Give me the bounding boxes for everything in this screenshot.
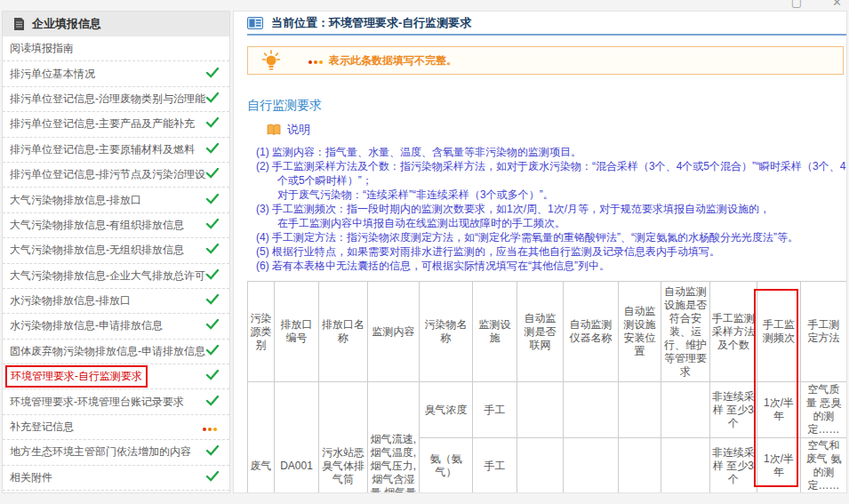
sidebar-item-11[interactable]: 水污染物排放信息-排放口 (3, 289, 229, 314)
notice-text: 表示此条数据填写不完整。 (329, 53, 457, 68)
column-header-12: 手工监测频次 (757, 282, 801, 382)
cell-auto_compliant (661, 382, 710, 438)
table-row-1: 废气DA001污水站恶臭气体排气筒烟气流速,烟气温度,烟气压力,烟气含湿量,烟气… (248, 382, 847, 438)
current-location-text: 当前位置：环境管理要求-自行监测要求 (271, 15, 471, 31)
cell-pollutant: 臭气浓度 (420, 382, 473, 438)
check-icon (206, 143, 219, 154)
status-badge (206, 319, 219, 332)
cell-facility: 手工 (473, 382, 517, 438)
sidebar-item-3[interactable]: 排污单位登记信息-治理废物类别与治理能力 (3, 87, 229, 112)
breadcrumb: 当前位置：环境管理要求-自行监测要求 (247, 12, 846, 36)
sidebar-item-label: 阅读填报指南 (10, 41, 74, 56)
status-badge (203, 421, 219, 434)
sidebar-item-label: 排污单位登记信息-主要原辅材料及燃料 (10, 142, 195, 157)
sidebar-item-17[interactable]: 地方生态环境主管部门依法增加的内容 (3, 440, 229, 465)
cell-monitor_content: 烟气流速,烟气温度,烟气压力,烟气含湿量,烟气量 (368, 382, 420, 494)
check-icon (206, 168, 219, 179)
sidebar-item-13[interactable]: 固体废弃物污染物排放信息-申请排放信息 (3, 340, 229, 364)
cell-outlet_no: DA001 (275, 382, 319, 494)
table-header-row: 污染源类别排放口编号排放口名称监测内容污染物名称监测设施自动监测是否联网自动监测… (248, 282, 847, 382)
check-icon (206, 370, 219, 380)
cell-auto_instrument (564, 382, 619, 438)
sidebar-item-9[interactable]: 大气污染物排放信息-无组织排放信息 (3, 238, 229, 263)
sidebar-list: 阅读填报指南排污单位基本情况排污单位登记信息-治理废物类别与治理能力排污单位登记… (3, 36, 229, 491)
check-icon (206, 294, 219, 305)
column-header-2: 排放口编号 (275, 282, 319, 382)
sidebar-item-label: 补充登记信息 (10, 420, 74, 435)
status-badge (206, 219, 219, 232)
sidebar-item-14[interactable]: 环境管理要求-自行监测要求 (3, 364, 229, 389)
sidebar-item-label: 水污染物排放信息-申请排放信息 (10, 318, 163, 333)
sidebar-item-label: 排污单位登记信息-治理废物类别与治理能力 (10, 92, 206, 107)
note-row: 说明 (267, 122, 846, 138)
check-icon (206, 396, 219, 406)
monitoring-table: 污染源类别排放口编号排放口名称监测内容污染物名称监测设施自动监测是否联网自动监测… (247, 281, 847, 493)
check-icon (206, 194, 219, 204)
sidebar-item-10[interactable]: 大气污染物排放信息-企业大气排放总许可量 (3, 264, 229, 289)
column-header-7: 自动监测是否联网 (517, 282, 564, 382)
status-badge (206, 445, 219, 459)
section-title: 自行监测要求 (247, 98, 846, 114)
check-icon (206, 219, 219, 229)
check-icon (206, 68, 219, 78)
cell-auto_location (619, 382, 661, 438)
cell-facility: 手工 (473, 438, 517, 494)
instruction-line: (3) 手工监测频次：指一段时期内的监测次数要求，如1次/周、1次/月等，对于规… (256, 202, 846, 230)
note-label: 说明 (287, 122, 310, 138)
column-header-13: 手工测定方法 (801, 282, 847, 382)
column-header-8: 自动监测仪器名称 (564, 282, 619, 382)
notice-banner: 表示此条数据填写不完整。 (247, 46, 844, 75)
check-icon (206, 117, 219, 128)
sidebar-item-18[interactable]: 相关附件 (3, 466, 229, 491)
sidebar-header: 企业填报信息 (3, 12, 229, 36)
sidebar-item-15[interactable]: 环境管理要求-环境管理台账记录要求 (3, 389, 229, 414)
cell-auto_connected (517, 438, 564, 494)
sidebar-item-8[interactable]: 大气污染物排放信息-有组织排放信息 (3, 213, 229, 238)
sidebar-item-7[interactable]: 大气污染物排放信息-排放口 (3, 188, 229, 212)
status-badge (206, 117, 219, 131)
column-header-4: 监测内容 (368, 282, 420, 382)
notice-message: 表示此条数据填写不完整。 (308, 53, 457, 68)
check-icon (206, 471, 219, 482)
status-badge (206, 294, 219, 308)
cell-sampling: 非连续采样 至少3个 (710, 438, 757, 494)
status-badge (206, 471, 219, 484)
sidebar-item-4[interactable]: 排污单位登记信息-主要产品及产能补充 (3, 112, 229, 137)
sidebar-item-label: 相关附件 (10, 470, 52, 485)
open-book-icon (267, 124, 281, 136)
cell-frequency: 1次/半年 (757, 438, 801, 494)
sidebar-item-label: 排污单位基本情况 (10, 67, 95, 82)
sidebar-item-1[interactable]: 阅读填报指南 (3, 36, 229, 61)
status-badge (206, 370, 219, 383)
cell-source_type: 废气 (248, 382, 275, 494)
sidebar-item-12[interactable]: 水污染物排放信息-申请排放信息 (3, 314, 229, 339)
maximize-icon[interactable]: ▢ (791, 0, 802, 9)
status-badge (206, 168, 219, 181)
status-badge (206, 244, 219, 257)
sidebar-item-label: 固体废弃物污染物排放信息-申请排放信息 (10, 344, 205, 359)
status-badge (206, 143, 219, 156)
sidebar-item-2[interactable]: 排污单位基本情况 (3, 61, 229, 86)
cell-auto_connected (517, 382, 564, 438)
cell-auto_instrument (564, 438, 619, 494)
status-badge (206, 92, 219, 106)
cell-outlet_name: 污水站恶臭气体排气筒 (319, 382, 368, 494)
status-badge (206, 269, 219, 283)
sidebar-item-label: 大气污染物排放信息-无组织排放信息 (10, 243, 184, 258)
instruction-line: (6) 若有本表格中无法囊括的信息，可根据实际情况填写在“其他信息”列中。 (256, 259, 846, 273)
window-controls: ▢ ✕ (791, 0, 842, 9)
sidebar-item-6[interactable]: 排污单位登记信息-排污节点及污染治理设施 (3, 163, 229, 188)
sidebar-item-16[interactable]: 补充登记信息 (3, 415, 229, 440)
document-icon (13, 18, 25, 30)
column-header-1: 污染源类别 (248, 282, 275, 382)
check-icon (206, 345, 219, 356)
sidebar-item-5[interactable]: 排污单位登记信息-主要原辅材料及燃料 (3, 138, 229, 163)
status-badge (206, 345, 219, 358)
sidebar-item-label: 大气污染物排放信息-有组织排放信息 (10, 218, 184, 233)
cell-sampling: 非连续采样 至少3个 (710, 382, 757, 438)
status-badge (206, 68, 219, 81)
lightbulb-icon (261, 50, 281, 72)
close-icon[interactable]: ✕ (832, 0, 842, 9)
check-icon (206, 269, 219, 280)
incomplete-dots-icon (308, 54, 324, 67)
